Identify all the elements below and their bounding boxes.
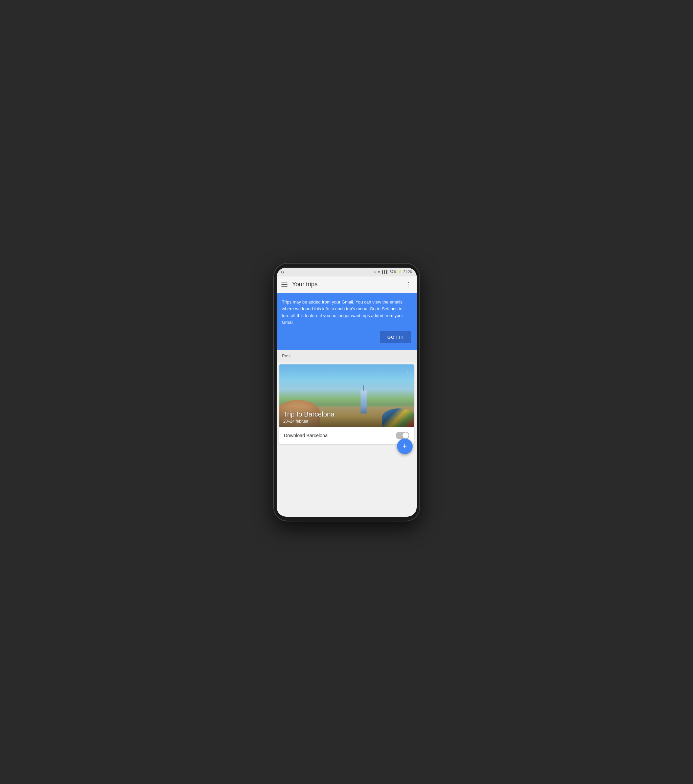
trip-overlay: Trip to Barcelona 20–24 februari — [279, 406, 414, 427]
download-toggle[interactable] — [396, 432, 409, 439]
charging-icon: ⚡ — [398, 270, 402, 274]
app-bar: Your trips ⋮ — [277, 277, 417, 293]
google-logo: G — [281, 270, 284, 274]
got-it-button[interactable]: GOT IT — [380, 331, 411, 343]
status-bar-right: ⎘ ⌘ ▌▌▌ 87% ⚡ 21:26 — [374, 270, 412, 274]
bluetooth-icon: ⎘ — [374, 270, 376, 274]
trip-dates: 20–24 februari — [283, 419, 410, 423]
info-banner-text: Trips may be added from your Gmail. You … — [282, 299, 411, 326]
phone-screen: G ⎘ ⌘ ▌▌▌ 87% ⚡ 21:26 Your trips ⋮ Trips… — [277, 268, 417, 517]
phone-frame: G ⎘ ⌘ ▌▌▌ 87% ⚡ 21:26 Your trips ⋮ Trips… — [274, 264, 419, 521]
section-label: Past — [277, 350, 417, 362]
download-label: Download Barcelona — [284, 433, 328, 438]
trip-card[interactable]: ⋮ Trip to Barcelona 20–24 februari Downl… — [279, 364, 414, 444]
fab-button[interactable]: + — [397, 438, 413, 454]
banner-bottom: GOT IT — [282, 331, 411, 344]
status-bar: G ⎘ ⌘ ▌▌▌ 87% ⚡ 21:26 — [277, 268, 417, 277]
menu-button[interactable] — [281, 283, 287, 287]
battery-level: 87% — [390, 270, 396, 274]
wifi-icon: ⌘ — [378, 270, 381, 274]
signal-icon: ▌▌▌ — [382, 270, 388, 274]
trip-more-icon[interactable]: ⋮ — [405, 368, 411, 374]
trip-image: ⋮ Trip to Barcelona 20–24 februari — [279, 364, 414, 427]
fab-icon: + — [402, 443, 407, 450]
clock: 21:26 — [403, 270, 412, 274]
fab-area: + — [277, 438, 417, 454]
page-title: Your trips — [292, 281, 401, 288]
trip-title: Trip to Barcelona — [283, 410, 410, 418]
info-banner: Trips may be added from your Gmail. You … — [277, 293, 417, 350]
more-options-icon[interactable]: ⋮ — [406, 281, 412, 288]
